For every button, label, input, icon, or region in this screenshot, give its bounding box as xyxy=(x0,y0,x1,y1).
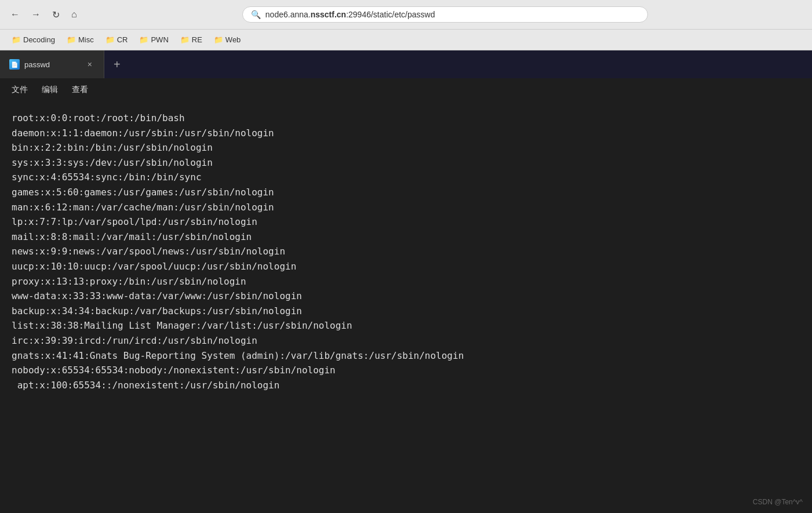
folder-icon: 📁 xyxy=(67,35,76,44)
bookmark-misc[interactable]: 📁Misc xyxy=(62,34,99,46)
back-button[interactable]: ← xyxy=(7,7,23,22)
tab-icon: 📄 xyxy=(9,59,20,70)
bookmark-cr[interactable]: 📁CR xyxy=(101,34,133,46)
tab-close-button[interactable]: × xyxy=(85,59,94,70)
bookmark-decoding[interactable]: 📁Decoding xyxy=(7,34,60,46)
address-bar[interactable]: 🔍 node6.anna.nssctf.cn:29946/static/etc/… xyxy=(242,6,648,23)
menu-item-文件[interactable]: 文件 xyxy=(5,81,35,99)
bookmark-label: Web xyxy=(225,35,241,44)
menu-bar: 文件编辑查看 xyxy=(0,78,812,101)
address-text: node6.anna.nssctf.cn:29946/static/etc/pa… xyxy=(265,10,435,19)
bookmark-label: CR xyxy=(117,35,128,44)
folder-icon: 📁 xyxy=(180,35,190,44)
active-tab[interactable]: 📄 passwd × xyxy=(0,50,104,78)
folder-icon: 📁 xyxy=(214,35,223,44)
nav-bar: ← → ↻ ⌂ 🔍 node6.anna.nssctf.cn:29946/sta… xyxy=(0,0,812,29)
new-tab-button[interactable]: + xyxy=(104,58,130,71)
bookmark-pwn[interactable]: 📁PWN xyxy=(134,34,173,46)
watermark: CSDN @Ten^v^ xyxy=(753,498,803,506)
bookmark-label: PWN xyxy=(151,35,168,44)
bookmark-re[interactable]: 📁RE xyxy=(176,34,207,46)
address-domain: nssctf.cn xyxy=(311,10,346,19)
file-content: root:x:0:0:root:/root:/bin/bash daemon:x… xyxy=(12,111,800,392)
tab-bar: 📄 passwd × + xyxy=(0,50,812,78)
menu-item-查看[interactable]: 查看 xyxy=(65,81,95,99)
bookmark-label: Misc xyxy=(78,35,94,44)
tab-title: passwd xyxy=(24,60,81,69)
search-icon: 🔍 xyxy=(251,10,261,19)
reload-button[interactable]: ↻ xyxy=(49,7,63,23)
bookmark-label: RE xyxy=(192,35,202,44)
forward-button[interactable]: → xyxy=(28,7,44,22)
folder-icon: 📁 xyxy=(105,35,115,44)
bookmark-label: Decoding xyxy=(23,35,55,44)
folder-icon: 📁 xyxy=(12,35,21,44)
folder-icon: 📁 xyxy=(139,35,148,44)
home-button[interactable]: ⌂ xyxy=(68,7,81,22)
menu-item-编辑[interactable]: 编辑 xyxy=(35,81,65,99)
address-path: :29946/static/etc/passwd xyxy=(346,10,435,19)
content-area: root:x:0:0:root:/root:/bin/bash daemon:x… xyxy=(0,101,812,513)
bookmark-web[interactable]: 📁Web xyxy=(209,34,246,46)
bookmarks-bar: 📁Decoding📁Misc📁CR📁PWN📁RE📁Web xyxy=(0,29,812,50)
address-prefix: node6.anna. xyxy=(265,10,311,19)
